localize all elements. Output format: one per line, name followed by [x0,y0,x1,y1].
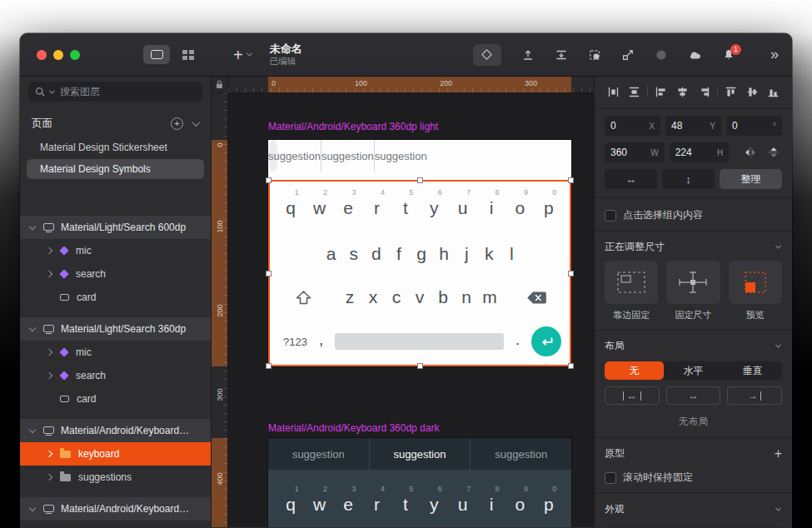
layout-direction-option-3[interactable]: → [727,386,782,405]
align-middle-vertical-button[interactable] [744,83,760,100]
layer-row-symbol[interactable]: search [20,262,211,286]
resize-handle[interactable] [417,363,423,369]
toolbar-overflow-button[interactable]: » [770,46,779,63]
layout-direction-option-1[interactable]: ↔ [605,386,660,405]
x-input[interactable] [610,120,655,132]
resizing-option-preview[interactable] [729,261,782,304]
close-window-button[interactable] [37,50,47,60]
export-button[interactable] [521,48,535,62]
layer-row-artboard[interactable]: Material/Android/Keyboard… [20,419,211,442]
key-letter: q [286,494,296,516]
layout-segment-horizontal[interactable]: 水平 [664,361,723,380]
distribute-horizontally-button[interactable] [605,83,621,100]
align-bottom-button[interactable] [765,83,782,100]
layer-row-symbol[interactable]: search [20,364,211,387]
expand-chevron-icon[interactable] [46,451,52,457]
height-input[interactable] [675,147,724,158]
collapse-chevron-icon[interactable] [29,222,36,229]
resize-handle[interactable] [266,363,271,369]
align-right-button[interactable] [695,83,712,100]
select-group-content-checkbox[interactable] [605,210,616,222]
height-field[interactable]: H [670,142,730,162]
expand-chevron-icon[interactable] [46,271,52,277]
insert-button[interactable]: + [233,47,252,63]
section-collapse-chevron-icon[interactable] [775,243,781,249]
add-page-button[interactable]: + [171,117,183,130]
layer-style-select[interactable]: 无图层样式 [605,526,782,527]
resize-handle[interactable] [266,177,271,183]
resize-handle[interactable] [417,177,423,183]
canvas-view-toggle[interactable] [143,45,170,64]
artboard-light[interactable]: suggestionsuggestionsuggestion 1q2w3e4r5… [268,140,571,366]
search-field[interactable] [28,82,202,102]
resize-handle[interactable] [568,363,574,369]
resize-handle[interactable] [266,271,271,276]
layer-row-selected[interactable]: keyboard [20,442,211,466]
distribute-vertically-button[interactable] [626,83,643,100]
layer-row-shape[interactable]: card [20,286,211,309]
horizontal-ruler[interactable]: 0 100 200 300 [228,77,594,93]
flip-horizontal-button[interactable] [742,144,759,161]
section-collapse-chevron-icon[interactable] [775,506,781,511]
create-symbol-button[interactable] [473,44,501,66]
artboard-dark[interactable]: suggestionsuggestionsuggestion 1q2w3e4r5… [268,438,571,527]
layer-row-group[interactable]: suggestions [20,466,211,489]
x-field[interactable]: X [605,116,660,136]
fix-on-scroll-label: 滚动时保持固定 [623,471,693,485]
section-collapse-chevron-icon[interactable] [775,342,781,348]
align-left-button[interactable] [653,83,670,100]
resize-handle[interactable] [568,177,574,183]
align-top-button[interactable] [723,83,740,100]
cloud-button[interactable] [688,48,702,62]
zoom-window-button[interactable] [70,50,80,60]
preview-button[interactable] [655,48,668,62]
rotation-input[interactable] [732,120,776,132]
flip-vertical-button[interactable] [765,144,782,161]
artboard-title-dark[interactable]: Material/Android/Keyboard 360dp dark [268,422,439,434]
expand-chevron-icon[interactable] [46,372,52,379]
y-field[interactable]: Y [665,116,721,136]
expand-chevron-icon[interactable] [46,474,52,481]
layout-segment-vertical[interactable]: 垂直 [723,361,782,380]
page-item[interactable]: Material Design Stickersheet [27,137,204,157]
collapse-chevron-icon[interactable] [29,504,36,511]
width-field[interactable]: W [605,142,665,162]
rotation-field[interactable]: ° [726,116,782,136]
scale-button[interactable] [621,48,635,62]
search-input[interactable] [58,85,196,98]
align-center-horizontal-button[interactable] [675,83,691,100]
minimize-window-button[interactable] [53,50,63,60]
layer-row-symbol[interactable]: mic [20,341,211,364]
ruler-corner[interactable] [212,77,228,93]
canvas[interactable]: Material/Android/Keyboard 360dp light su… [228,93,594,527]
layout-segment-none[interactable]: 无 [605,361,664,380]
layout-direction-option-2[interactable]: ↔ [666,386,721,405]
pages-collapse-chevron-icon[interactable] [192,118,201,127]
horizontal-resizing-select[interactable]: ↔ [605,169,657,189]
vertical-resizing-select[interactable]: ↕ [662,169,715,189]
layer-row-artboard[interactable]: Material/Light/Search 360dp [20,317,211,341]
collapse-chevron-icon[interactable] [29,324,36,331]
flatten-button[interactable] [555,48,568,62]
layer-row-symbol[interactable]: mic [20,239,211,262]
resizing-option-pin-to-edge[interactable] [605,261,658,304]
vertical-ruler[interactable]: 0 100 200 300 400 [212,93,228,527]
layer-row-shape[interactable]: card [20,387,211,411]
layer-row-artboard[interactable]: Material/Android/Keyboard… [20,497,211,521]
artboard-title-light[interactable]: Material/Android/Keyboard 360dp light [268,121,438,132]
notifications-button[interactable]: 1 [722,48,735,62]
expand-chevron-icon[interactable] [46,247,52,254]
selection-outline[interactable] [268,180,571,366]
page-item-selected[interactable]: Material Design Symbols [27,159,204,179]
y-input[interactable] [671,120,715,132]
collapse-chevron-icon[interactable] [29,426,36,432]
components-view-toggle[interactable] [175,45,202,64]
fix-on-scroll-checkbox[interactable] [605,472,616,484]
layer-row-artboard[interactable]: Material/Light/Search 600dp [20,216,211,239]
add-prototype-button[interactable]: + [775,447,782,461]
tidy-button[interactable]: 整理 [720,169,782,189]
mask-button[interactable] [588,48,601,62]
expand-chevron-icon[interactable] [46,349,52,356]
resize-handle[interactable] [568,271,574,276]
resizing-option-fixed-size[interactable] [666,261,720,304]
